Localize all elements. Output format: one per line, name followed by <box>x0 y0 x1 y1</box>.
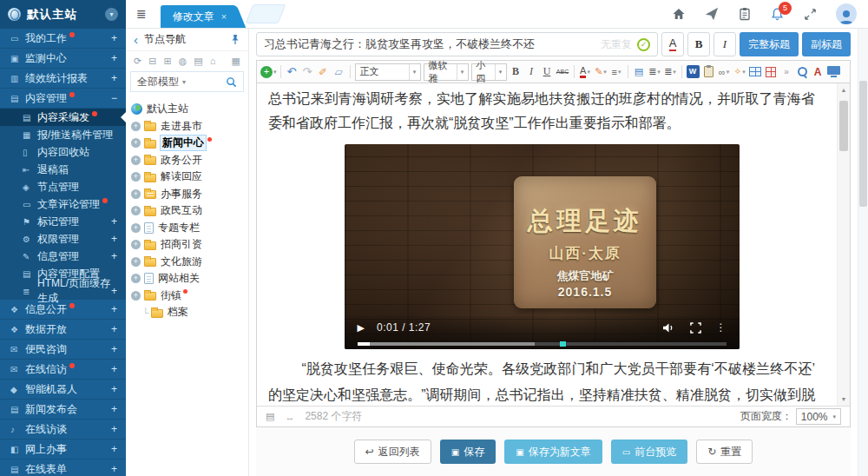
tree-node-label[interactable]: 专题专栏 <box>158 221 200 235</box>
indent-button[interactable]: ▤ <box>632 63 647 81</box>
expand-collapse-sign[interactable]: + <box>111 323 117 335</box>
expand-collapse-sign[interactable]: + <box>111 250 117 262</box>
tree-expander-icon[interactable] <box>131 223 141 233</box>
tab-edit-article[interactable]: 修改文章 × <box>161 5 233 28</box>
eraser-button[interactable]: ▱ <box>332 63 346 81</box>
ordered-list-button[interactable]: ≣▾ <box>648 63 662 81</box>
tree-expander-icon[interactable] <box>131 155 141 165</box>
doc-icon[interactable]: ▤ <box>194 56 202 67</box>
tree-node[interactable]: └ 政民互动 <box>131 202 245 220</box>
tree-node-label[interactable]: 政务公开 <box>161 153 202 168</box>
sidebar-item[interactable]: 内容回收站 <box>0 143 126 161</box>
tree-node[interactable]: └ 办事服务 <box>131 186 245 203</box>
footer-button[interactable]: 前台预览 <box>611 440 687 464</box>
footer-button[interactable]: 保存为新文章 <box>504 440 602 464</box>
resize-width-icon[interactable]: ↔ <box>285 412 294 422</box>
panel-settings-icon[interactable]: ▦ <box>232 56 240 67</box>
highlight-color-button[interactable]: ✎▾ <box>594 63 608 81</box>
title-color-button[interactable]: A <box>661 32 684 56</box>
site-header[interactable]: 默认主站 ▾ <box>0 0 126 29</box>
tree-node-label[interactable]: 默认主站 <box>147 102 188 116</box>
full-title-button[interactable]: 完整标题 <box>740 32 799 56</box>
tree-node-label[interactable]: 办事服务 <box>161 187 202 202</box>
link-button[interactable]: ∞▾ <box>717 63 732 81</box>
expand-collapse-sign[interactable]: − <box>111 92 117 104</box>
sidebar-item[interactable]: 绩效统计报表 + <box>0 69 126 89</box>
insert-table-button[interactable] <box>748 63 763 81</box>
tree-node[interactable]: └ 走进县市 <box>131 118 245 136</box>
format-brush-button[interactable]: ✐ <box>316 63 331 81</box>
redo-button[interactable]: ↷ <box>300 63 315 81</box>
tree-expander-icon[interactable] <box>131 206 141 215</box>
pin-icon[interactable] <box>230 34 240 45</box>
tree-node[interactable]: └ 解读回应 <box>131 169 245 186</box>
preview-button[interactable] <box>826 63 841 81</box>
sidebar-item[interactable]: 监测中心 + <box>0 49 126 69</box>
tree-node[interactable]: └ 新闻中心 <box>131 135 245 152</box>
quick-send-icon[interactable] <box>704 7 719 22</box>
tree-node-label[interactable]: 走进县市 <box>161 119 202 134</box>
tree-expander-icon[interactable] <box>131 172 141 182</box>
tree-expander-icon[interactable] <box>131 291 141 301</box>
site-icon[interactable]: ◍ <box>179 56 187 67</box>
tree-expander-icon[interactable] <box>131 189 141 199</box>
tree-node-label[interactable]: 解读回应 <box>161 169 202 184</box>
fullscreen-expand-icon[interactable] <box>803 7 818 22</box>
font-size-select[interactable]: 小四▾ <box>471 63 507 81</box>
sidebar-item[interactable]: 在线表单 + <box>0 459 126 476</box>
home-icon[interactable] <box>671 7 686 22</box>
collapse-panel-icon[interactable]: ‹ <box>134 33 138 46</box>
tree-node[interactable]: └ 文化旅游 <box>131 254 245 271</box>
sidebar-item[interactable]: 内容采编发 <box>0 109 126 126</box>
expand-collapse-sign[interactable]: + <box>111 32 117 44</box>
sidebar-item[interactable]: 文章评论管理 <box>0 195 126 213</box>
bold-button[interactable]: B <box>509 63 523 81</box>
clipboard-icon[interactable] <box>737 7 752 22</box>
red-header-button[interactable] <box>764 63 779 81</box>
home-node-icon[interactable]: ⌂ <box>210 56 216 66</box>
sidebar-item[interactable]: 网上办事 + <box>0 440 126 459</box>
article-title-input[interactable] <box>264 38 595 51</box>
tree-node-label[interactable]: 档案 <box>168 305 188 320</box>
font-color-button[interactable]: A▾ <box>578 63 593 81</box>
page-scrollbar[interactable] <box>858 29 868 476</box>
tree-node[interactable]: └ 街镇 <box>131 288 245 305</box>
title-italic-button[interactable]: I <box>713 32 736 56</box>
play-button[interactable]: ▶ <box>358 322 365 334</box>
video-fullscreen-icon[interactable] <box>690 322 701 334</box>
align-button[interactable]: ≡▾ <box>609 63 624 81</box>
tab-close-icon[interactable]: × <box>221 11 227 22</box>
expand-collapse-sign[interactable]: + <box>111 363 117 375</box>
scrollbar-thumb[interactable] <box>839 101 848 151</box>
font-style-button[interactable]: A <box>811 63 825 81</box>
scroll-down-arrow[interactable]: ▼ <box>838 396 850 402</box>
footer-button[interactable]: 返回列表 <box>354 440 431 464</box>
undo-button[interactable]: ↶ <box>285 63 299 81</box>
tree-node-label[interactable]: 网站相关 <box>158 271 200 286</box>
expand-collapse-sign[interactable]: + <box>111 285 117 297</box>
sidebar-item[interactable]: 标记管理 + <box>0 213 126 230</box>
page-scrollbar-thumb[interactable] <box>859 81 867 207</box>
tree-node[interactable]: └ 网站相关 <box>131 270 245 288</box>
expand-collapse-sign[interactable]: + <box>111 233 117 245</box>
expand-collapse-sign[interactable]: + <box>111 72 117 84</box>
notifications-bell-icon[interactable]: 5 <box>770 7 785 22</box>
expand-collapse-sign[interactable]: + <box>111 423 117 435</box>
italic-button[interactable]: I <box>524 63 539 81</box>
user-avatar[interactable] <box>836 3 857 24</box>
tree-node[interactable]: └ 专题专栏 <box>131 220 245 237</box>
menu-toggle-icon[interactable]: ≣ <box>136 7 147 21</box>
subtitle-button[interactable]: 副标题 <box>802 32 851 56</box>
scroll-up-arrow[interactable]: ▲ <box>838 87 850 93</box>
tree-node-label[interactable]: 新闻中心 <box>161 136 206 150</box>
tree-search-icon[interactable] <box>226 76 237 88</box>
tree-node[interactable]: └ 政务公开 <box>131 152 245 169</box>
auto-typeset-button[interactable]: ✧▾ <box>733 63 747 81</box>
page-width-select[interactable]: 100% ▾ <box>796 408 841 425</box>
search-replace-button[interactable] <box>795 63 810 81</box>
site-switch-icon[interactable]: ▾ <box>105 8 118 21</box>
more-tools-button[interactable]: » <box>779 63 794 81</box>
tree-node-label[interactable]: 文化旅游 <box>161 255 202 269</box>
sidebar-item[interactable]: 新闻发布会 + <box>0 400 126 420</box>
sidebar-item[interactable]: 内容管理 − <box>0 89 126 109</box>
